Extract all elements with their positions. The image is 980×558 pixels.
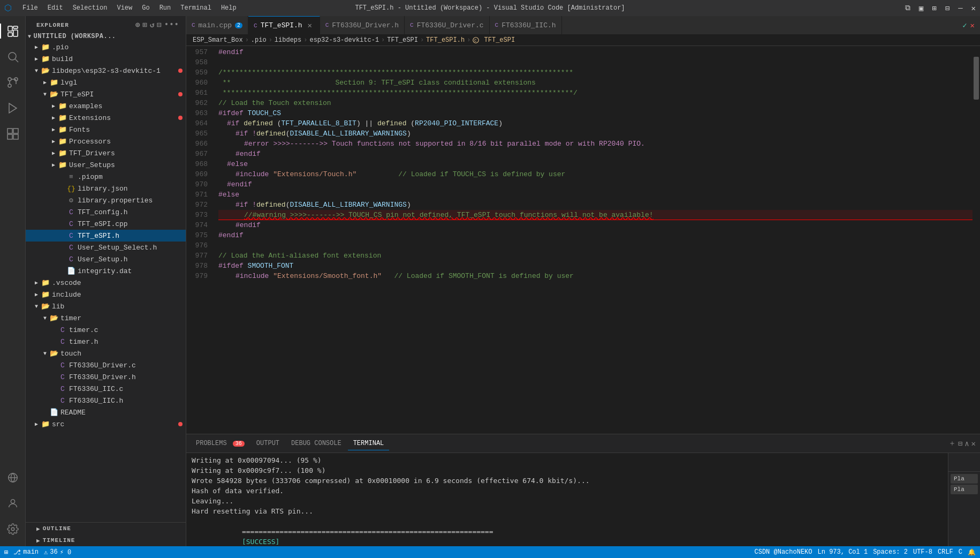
tree-item-tft-config[interactable]: C TFT_config.h (26, 206, 186, 218)
x-icon[interactable]: ✕ (970, 21, 975, 30)
tree-item-lib[interactable]: ▼ 📂 lib (26, 300, 186, 312)
menu-edit[interactable]: Edit (43, 3, 67, 13)
breadcrumb-part-2[interactable]: libdeps (275, 36, 301, 44)
menu-view[interactable]: View (112, 3, 136, 13)
tab-close-button[interactable]: ✕ (306, 21, 314, 30)
tree-item-user-setup-select[interactable]: C User_Setup_Select.h (26, 242, 186, 253)
menu-selection[interactable]: Selection (69, 3, 112, 13)
status-notifications[interactable]: 🔔 (968, 548, 976, 556)
tree-item-piopm[interactable]: ≡ .piopm (26, 171, 186, 183)
tree-item-pio[interactable]: ▶ 📁 .pio (26, 41, 186, 53)
arrow-up-icon[interactable]: ∧ (964, 439, 969, 448)
tree-item-examples[interactable]: ▶ 📁 examples (26, 100, 186, 112)
status-line-ending[interactable]: CRLF (938, 548, 953, 556)
tab-debug-console[interactable]: DEBUG CONSOLE (286, 436, 347, 450)
window-controls[interactable]: ⧉ ▣ ⊞ ⊟ — ✕ (905, 4, 976, 13)
tab-ft6336u-driver-c[interactable]: C FT6336U_Driver.c (405, 16, 489, 34)
activity-remote[interactable] (0, 465, 26, 491)
tree-item-touch[interactable]: ▼ 📂 touch (26, 348, 186, 359)
menu-terminal[interactable]: Terminal (176, 3, 216, 13)
tree-item-ft-driver-h[interactable]: C FT6336U_Driver.h (26, 371, 186, 383)
tree-item-src[interactable]: ▶ 📁 src (26, 418, 186, 430)
menu-run[interactable]: Run (155, 3, 176, 13)
tree-item-tft-drivers[interactable]: ▶ 📁 TFT_Drivers (26, 147, 186, 159)
tree-item-user-setups[interactable]: ▶ 📁 User_Setups (26, 159, 186, 171)
tree-item-fonts[interactable]: ▶ 📁 Fonts (26, 124, 186, 135)
tab-output[interactable]: OUTPUT (251, 436, 285, 450)
tab-tft-espi-h[interactable]: C TFT_eSPI.h ✕ (248, 16, 320, 34)
status-encoding[interactable]: UTF-8 (913, 548, 932, 556)
tree-item-lvgl[interactable]: ▶ 📁 lvgl (26, 77, 186, 88)
tree-item-processors[interactable]: ▶ 📁 Processors (26, 135, 186, 147)
checkmark-icon[interactable]: ✓ (962, 21, 967, 30)
menu-bar[interactable]: File Edit Selection View Go Run Terminal… (18, 3, 241, 13)
tab-ft6336u-iic-h[interactable]: C FT6336U_IIC.h (490, 16, 562, 34)
tree-item-timer[interactable]: ▼ 📂 timer (26, 312, 186, 324)
status-language[interactable]: C (959, 548, 962, 556)
tree-item-tft-espi-cpp[interactable]: C TFT_eSPI.cpp (26, 218, 186, 230)
breadcrumb-part-4[interactable]: TFT_eSPI (387, 36, 418, 44)
activity-extensions[interactable] (0, 121, 26, 147)
tab-bar[interactable]: C main.cpp 2 C TFT_eSPI.h ✕ C FT6336U_Dr… (186, 16, 980, 35)
activity-run[interactable] (0, 95, 26, 121)
outline-header[interactable]: ▶ OUTLINE (26, 523, 186, 534)
timeline-header[interactable]: ▶ TIMELINE (26, 534, 186, 546)
breadcrumb-part-6[interactable]: C TFT_eSPI (473, 36, 515, 44)
menu-file[interactable]: File (18, 3, 42, 13)
status-problems[interactable]: ⚠ 36 ⚡ 0 (44, 548, 71, 556)
tree-item-tft-espi-h[interactable]: C TFT_eSPI.h (26, 230, 186, 242)
panel-actions[interactable]: ＋ ⊟ ∧ ✕ (948, 439, 976, 448)
refresh-icon[interactable]: ↺ (150, 20, 155, 29)
status-remote[interactable]: ⊞ (4, 548, 8, 556)
plus-icon[interactable]: ＋ (948, 439, 956, 448)
layout-icon[interactable]: ⧉ (905, 4, 910, 12)
terminal-instance-1[interactable]: Pla (951, 474, 978, 484)
minimize-button[interactable]: — (958, 4, 962, 12)
panel-tab-bar[interactable]: PROBLEMS 36 OUTPUT DEBUG CONSOLE TERMINA… (186, 434, 980, 453)
terminal-instance-2[interactable]: Pla (951, 485, 978, 494)
tree-item-readme[interactable]: 📄 README (26, 406, 186, 418)
tree-item-timer-h[interactable]: C timer.h (26, 336, 186, 348)
close-button[interactable]: ✕ (971, 4, 976, 13)
status-spaces[interactable]: Spaces: 2 (873, 548, 908, 556)
activity-explorer[interactable] (0, 18, 26, 44)
layout-icon4[interactable]: ⊟ (945, 4, 949, 13)
tree-item-integrity[interactable]: 📄 integrity.dat (26, 265, 186, 277)
tree-item-vscode[interactable]: ▶ 📁 .vscode (26, 277, 186, 289)
menu-go[interactable]: Go (138, 3, 154, 13)
tree-item-include[interactable]: ▶ 📁 include (26, 289, 186, 300)
tree-item-ft-iic-c[interactable]: C FT6336U_IIC.c (26, 383, 186, 395)
tree-item-user-setup[interactable]: C User_Setup.h (26, 253, 186, 265)
scroll-thumb[interactable] (974, 57, 979, 100)
more-icon[interactable]: ••• (164, 20, 179, 29)
close-panel-icon[interactable]: ✕ (971, 439, 976, 448)
tree-item-extensions[interactable]: ▶ 📁 Extensions (26, 112, 186, 124)
explorer-actions[interactable]: ⊕ ⊞ ↺ ⊟ ••• (135, 20, 179, 29)
workspace-root[interactable]: ▼ UNTITLED (WORKSPA... (26, 32, 186, 41)
tree-item-build[interactable]: ▶ 📁 build (26, 53, 186, 65)
status-position[interactable]: Ln 973, Col 1 (818, 548, 868, 556)
tree-item-library-properties[interactable]: ⚙ library.properties (26, 194, 186, 206)
editor-scrollbar[interactable] (973, 46, 980, 434)
tab-ft6336u-driver-h[interactable]: C FT6336U_Driver.h (320, 16, 405, 34)
tab-problems[interactable]: PROBLEMS 36 (191, 436, 250, 450)
collapse-icon[interactable]: ⊟ (157, 20, 162, 29)
new-file-icon[interactable]: ⊕ (135, 20, 140, 29)
activity-account[interactable] (0, 491, 26, 516)
tab-terminal[interactable]: TERMINAL (348, 436, 390, 450)
layout-icon2[interactable]: ▣ (919, 4, 923, 13)
status-csdn[interactable]: CSDN @NachoNEKO (755, 548, 812, 556)
activity-git[interactable] (0, 70, 26, 95)
tree-item-ft-driver-c[interactable]: C FT6336U_Driver.c (26, 359, 186, 371)
new-folder-icon[interactable]: ⊞ (142, 20, 147, 29)
tree-item-libdeps[interactable]: ▼ 📂 libdeps\esp32-s3-devkitc-1 (26, 65, 186, 77)
breadcrumb-part-3[interactable]: esp32-s3-devkitc-1 (309, 36, 379, 44)
tree-item-ft-iic-h[interactable]: C FT6336U_IIC.h (26, 395, 186, 406)
breadcrumb-part-5[interactable]: TFT_eSPI.h (426, 36, 465, 44)
activity-settings[interactable] (0, 516, 26, 542)
layout-icon3[interactable]: ⊞ (932, 4, 936, 13)
status-branch[interactable]: ⎇ main (13, 548, 39, 556)
tree-item-timer-c[interactable]: C timer.c (26, 324, 186, 336)
split-icon[interactable]: ⊟ (958, 439, 962, 448)
tree-item-library-json[interactable]: {} library.json (26, 183, 186, 194)
